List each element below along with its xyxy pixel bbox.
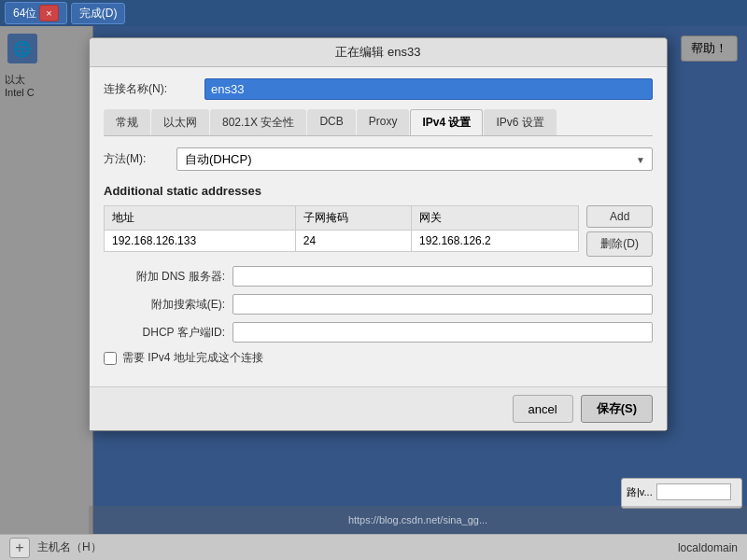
hostname-value: localdomain	[678, 541, 738, 554]
delete-button[interactable]: 删除(D)	[586, 231, 653, 257]
addresses-table: 地址 子网掩码 网关 192.168.126.133 24 192.168.12…	[104, 205, 579, 252]
col-subnet: 子网掩码	[295, 206, 411, 231]
dns-label: 附加 DNS 服务器:	[104, 269, 225, 285]
connection-name-row: 连接名称(N):	[104, 78, 653, 100]
search-label: 附加搜索域(E):	[104, 297, 225, 313]
addresses-container: 地址 子网掩码 网关 192.168.126.133 24 192.168.12…	[104, 205, 653, 257]
desktop: 64位 × 完成(D) 帮助！ 🌐 以太 Intel C 正在编辑 ens33	[0, 0, 747, 560]
taskbar-app-label: 64位	[13, 6, 36, 21]
dns-row: 附加 DNS 服务器:	[104, 266, 653, 287]
tabs-bar: 常规 以太网 802.1X 安全性 DCB Proxy IPv4 设置	[104, 109, 653, 136]
dialog-body: 连接名称(N): 常规 以太网 802.1X 安全性 DCB Proxy	[90, 67, 667, 386]
method-label: 方法(M):	[104, 151, 169, 167]
search-row: 附加搜索域(E):	[104, 294, 653, 315]
tab-ethernet[interactable]: 以太网	[151, 109, 209, 135]
mini-popup-row: 路|v...	[627, 483, 737, 500]
taskbar-status-label: 完成(D)	[79, 6, 118, 21]
checkbox-label: 需要 IPv4 地址完成这个连接	[122, 350, 263, 366]
row-gateway: 192.168.126.2	[412, 231, 579, 252]
tab-proxy[interactable]: Proxy	[357, 109, 410, 135]
col-address: 地址	[105, 206, 296, 231]
search-input[interactable]	[233, 294, 653, 315]
dialog-title: 正在编辑 ens33	[335, 45, 420, 59]
row-address: 192.168.126.133	[105, 231, 296, 252]
save-button[interactable]: 保存(S)	[581, 395, 653, 423]
ipv4-required-checkbox[interactable]	[104, 352, 117, 365]
mini-popup-label: 路|v...	[627, 485, 653, 499]
addresses-buttons: Add 删除(D)	[586, 205, 653, 257]
connection-name-input[interactable]	[204, 78, 653, 100]
section-title: Additional static addresses	[104, 184, 653, 198]
taskbar: 64位 × 完成(D)	[0, 0, 747, 26]
method-select[interactable]: 自动(DHCP) 手动 仅链接本地 共享到其他计算机 禁用	[176, 147, 653, 171]
mini-popup: 路|v...	[621, 478, 742, 509]
mini-popup-input[interactable]	[656, 483, 731, 500]
dialog-footer: ancel 保存(S)	[90, 386, 667, 430]
add-button[interactable]: Add	[586, 205, 653, 228]
dns-input[interactable]	[233, 266, 653, 287]
dhcp-label: DHCP 客户端ID:	[104, 325, 225, 341]
edit-connection-dialog: 正在编辑 ens33 连接名称(N): 常规 以太网 802.1X 安全性	[89, 37, 668, 431]
method-select-wrapper: 自动(DHCP) 手动 仅链接本地 共享到其他计算机 禁用	[176, 147, 653, 171]
addresses-left: 地址 子网掩码 网关 192.168.126.133 24 192.168.12…	[104, 205, 579, 257]
taskbar-close-button[interactable]: ×	[39, 5, 58, 21]
tab-8021x[interactable]: 802.1X 安全性	[210, 109, 306, 135]
tab-general[interactable]: 常规	[104, 109, 150, 135]
table-row[interactable]: 192.168.126.133 24 192.168.126.2	[105, 231, 579, 252]
tab-ipv4[interactable]: IPv4 设置	[410, 109, 483, 135]
row-subnet: 24	[295, 231, 411, 252]
dialog-titlebar: 正在编辑 ens33	[90, 38, 667, 67]
taskbar-app-button[interactable]: 64位 ×	[5, 2, 67, 24]
dhcp-row: DHCP 客户端ID:	[104, 322, 653, 343]
dhcp-input[interactable]	[233, 322, 653, 343]
bottom-bar: + 主机名（H） localdomain	[0, 534, 747, 560]
cancel-button[interactable]: ancel	[513, 395, 573, 423]
method-row: 方法(M): 自动(DHCP) 手动 仅链接本地 共享到其他计算机 禁用	[104, 147, 653, 171]
hostname-label: 主机名（H）	[37, 539, 102, 555]
tab-dcb[interactable]: DCB	[307, 109, 355, 135]
col-gateway: 网关	[412, 206, 579, 231]
checkbox-row: 需要 IPv4 地址完成这个连接	[104, 350, 653, 366]
taskbar-status-button[interactable]: 完成(D)	[71, 3, 126, 24]
tab-ipv6[interactable]: IPv6 设置	[484, 109, 556, 135]
add-connection-button[interactable]: +	[9, 538, 30, 558]
connection-name-label: 连接名称(N):	[104, 81, 197, 97]
